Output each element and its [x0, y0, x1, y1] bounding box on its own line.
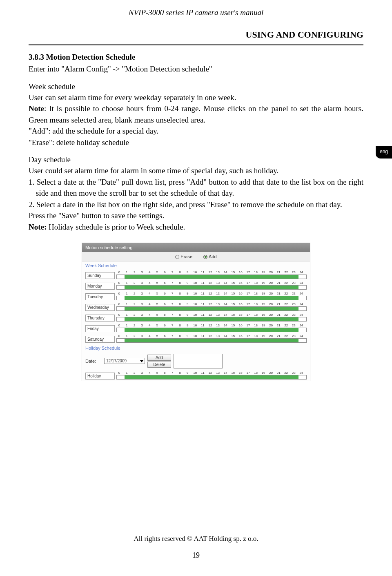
tick-label: 17 — [245, 371, 251, 375]
tick-label: 1 — [124, 292, 130, 295]
tick-label: 10 — [192, 371, 198, 375]
tick-label: 8 — [177, 292, 183, 295]
tick-label: 24 — [298, 334, 304, 338]
tick-label: 23 — [291, 281, 296, 285]
tick-label: 6 — [162, 324, 167, 327]
day-name-label: Thursday — [85, 315, 115, 321]
list-item-2: 2. Select a date in the list box on the … — [36, 199, 363, 210]
tick-label: 19 — [261, 292, 266, 295]
tick-label: 19 — [261, 334, 266, 338]
tick-label: 21 — [276, 313, 281, 317]
tick-label: 11 — [200, 334, 205, 338]
holiday-listbox[interactable] — [174, 354, 223, 368]
tick-label: 13 — [215, 270, 221, 274]
erase-radio[interactable]: Erase — [175, 254, 192, 259]
tick-label: 21 — [276, 270, 281, 274]
tick-label: 4 — [147, 302, 152, 306]
schedule-bar[interactable] — [116, 375, 307, 380]
tick-label: 23 — [291, 371, 296, 375]
tick-label: 4 — [147, 292, 152, 295]
motion-schedule-panel: Motion schedule setting Erase Add Week S… — [82, 243, 310, 381]
date-dropdown[interactable]: 12/17/2009 — [104, 358, 145, 364]
tick-label: 20 — [268, 281, 274, 285]
schedule-bar[interactable] — [116, 285, 307, 290]
tick-label: 11 — [200, 313, 205, 317]
tick-label: 8 — [177, 313, 183, 317]
tick-label: 17 — [245, 313, 251, 317]
day-row: Friday0123456789101112131415161718192021… — [82, 323, 310, 333]
selected-range — [125, 317, 299, 321]
tick-label: 3 — [139, 270, 145, 274]
tick-label: 12 — [207, 313, 213, 317]
week-p2: : It is possible to choose hours from 0-… — [29, 104, 363, 124]
tick-label: 16 — [238, 270, 243, 274]
tick-label: 8 — [177, 324, 183, 327]
tick-label: 11 — [200, 324, 205, 327]
add-button[interactable]: Add — [147, 355, 171, 361]
tick-label: 22 — [283, 292, 289, 295]
tick-label: 11 — [200, 371, 205, 375]
tick-row: 0123456789101112131415161718192021222324 — [116, 292, 307, 295]
tick-label: 5 — [154, 270, 160, 274]
tick-row: 0123456789101112131415161718192021222324 — [116, 302, 307, 306]
tick-label: 5 — [154, 334, 160, 338]
schedule-bar[interactable] — [116, 275, 307, 279]
day-row: Sunday0123456789101112131415161718192021… — [82, 270, 310, 280]
tick-label: 8 — [177, 371, 183, 375]
tick-label: 15 — [230, 270, 236, 274]
tick-label: 9 — [185, 302, 190, 306]
tick-label: 20 — [268, 292, 274, 295]
tick-label: 7 — [169, 313, 175, 317]
tick-label: 0 — [116, 334, 122, 338]
list-item-1: 1. Select a date at the "Date" pull down… — [36, 176, 363, 199]
tick-label: 13 — [215, 371, 221, 375]
tick-label: 7 — [169, 270, 175, 274]
tick-label: 7 — [169, 302, 175, 306]
tick-label: 2 — [131, 292, 137, 295]
tick-label: 11 — [200, 270, 205, 274]
tick-label: 5 — [154, 313, 160, 317]
tick-label: 9 — [185, 270, 190, 274]
tick-label: 12 — [207, 270, 213, 274]
divider — [29, 44, 363, 45]
tick-label: 17 — [245, 324, 251, 327]
tick-label: 0 — [116, 281, 122, 285]
tick-label: 15 — [230, 281, 236, 285]
tick-label: 0 — [116, 292, 122, 295]
tick-label: 4 — [147, 371, 152, 375]
tick-label: 4 — [147, 270, 152, 274]
schedule-bar[interactable] — [116, 338, 307, 343]
schedule-bar[interactable] — [116, 328, 307, 332]
day-name-label: Saturday — [85, 336, 115, 343]
day-row: Saturday01234567891011121314151617181920… — [82, 333, 310, 344]
week-section-label: Week Schedule — [82, 261, 310, 270]
tick-label: 13 — [215, 334, 221, 338]
page-number: 19 — [0, 551, 392, 560]
selected-range — [125, 286, 299, 289]
tick-label: 2 — [131, 324, 137, 327]
page-title: USING AND CONFIGURING — [29, 29, 363, 40]
schedule-bar[interactable] — [116, 296, 307, 300]
tick-label: 16 — [238, 313, 243, 317]
tick-label: 3 — [139, 281, 145, 285]
add-radio[interactable]: Add — [203, 254, 217, 259]
tick-label: 10 — [192, 292, 198, 295]
tick-label: 18 — [253, 313, 258, 317]
tick-label: 13 — [215, 324, 221, 327]
day-name-label: Holiday — [85, 373, 115, 380]
footer-rule-left — [89, 539, 130, 539]
tick-label: 7 — [169, 371, 175, 375]
tick-label: 11 — [200, 281, 205, 285]
tick-label: 6 — [162, 270, 167, 274]
schedule-bar[interactable] — [116, 317, 307, 321]
tick-label: 10 — [192, 313, 198, 317]
schedule-bar[interactable] — [116, 306, 307, 311]
tick-label: 24 — [298, 281, 304, 285]
tick-label: 10 — [192, 281, 198, 285]
footer: All rights reserved © AAT Holding sp. z … — [0, 535, 392, 560]
tick-label: 19 — [261, 281, 266, 285]
tick-label: 23 — [291, 292, 296, 295]
tick-row: 0123456789101112131415161718192021222324 — [116, 334, 307, 338]
delete-button[interactable]: Delete — [147, 362, 171, 368]
erase-line: "Erase": delete holiday schedule — [29, 137, 363, 148]
